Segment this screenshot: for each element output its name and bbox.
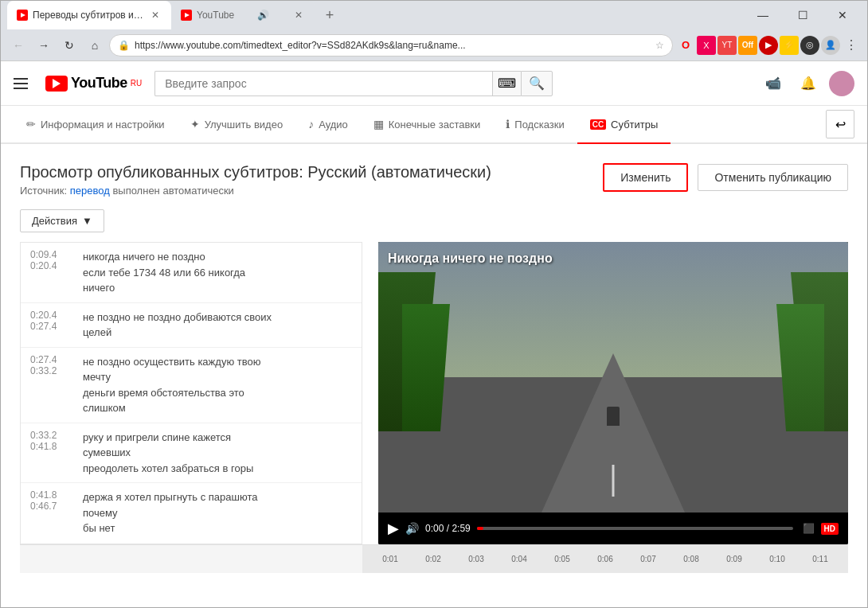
youtube-logo[interactable]: YouTubeRU (45, 75, 142, 92)
timeline-bar: 0:01 0:02 0:03 0:04 0:05 0:06 0:07 0:08 … (20, 544, 848, 573)
video-scene (378, 242, 848, 513)
change-button[interactable]: Изменить (603, 163, 688, 192)
nav-improve[interactable]: ✦ Улучшить видео (178, 106, 296, 144)
star-icon[interactable]: ☆ (655, 40, 664, 51)
close-button[interactable]: ✕ (824, 2, 861, 28)
refresh-button[interactable]: ↻ (58, 34, 80, 57)
tab-subtitles[interactable]: Переводы субтитров и метадан... ✕ (7, 1, 171, 29)
subtitle-times: 0:33.2 0:41.8 (30, 430, 70, 477)
browser-actions: O X YT Off ▶ ⚡ ◎ 👤 ⋮ (676, 36, 861, 55)
progress-bar[interactable] (477, 527, 793, 530)
total-time: 2:59 (452, 523, 470, 534)
tab1-icon (17, 10, 28, 21)
video-controls: ▶ 🔊 0:00 / 2:59 ⬛ HD (378, 513, 848, 544)
tick-3: 0:04 (498, 555, 541, 563)
cancel-publication-button[interactable]: Отменить публикацию (698, 164, 848, 191)
play-button[interactable]: ▶ (388, 520, 399, 537)
subtitle-row: 0:41.8 0:46.7 держа я хотел прыгнуть с п… (21, 483, 362, 543)
time-end: 0:41.8 (30, 441, 70, 452)
time-end: 0:27.4 (30, 321, 70, 332)
opera-icon[interactable]: O (676, 36, 695, 55)
user-avatar[interactable] (829, 71, 854, 96)
tick-1: 0:02 (412, 555, 455, 563)
tick-10: 0:11 (799, 555, 842, 563)
nav-info[interactable]: ✏ Информация и настройки (14, 106, 178, 144)
extension4-icon[interactable]: ▶ (759, 36, 778, 55)
tick-8: 0:09 (713, 555, 756, 563)
time-end: 0:46.7 (30, 501, 70, 512)
extension3-icon[interactable]: Off (738, 36, 757, 55)
pencil-icon: ✏ (26, 118, 36, 131)
volume-button[interactable]: 🔊 (405, 522, 419, 535)
dropdown-arrow-icon: ▼ (82, 215, 92, 227)
keyboard-icon[interactable]: ⌨ (492, 71, 521, 96)
content-split: 0:09.4 0:20.4 никогда ничего не поздноес… (20, 242, 848, 544)
extension1-icon[interactable]: X (697, 36, 716, 55)
subtitle-text: держа я хотел прыгнуть с парашютапочемуб… (83, 489, 257, 536)
subtitle-text: не поздно не поздно добиваются своихцеле… (83, 310, 272, 341)
actions-button[interactable]: Действия ▼ (20, 209, 104, 232)
subtitle-row: 0:20.4 0:27.4 не поздно не поздно добива… (21, 303, 362, 348)
tab2-x-icon[interactable]: ✕ (292, 9, 305, 21)
subtitle-actions: Изменить Отменить публикацию (603, 163, 848, 192)
tick-7: 0:08 (670, 555, 713, 563)
youtube-logo-text: YouTube (71, 75, 127, 92)
youtube-logo-icon (45, 76, 68, 92)
subtitle-text: никогда ничего не поздноесли тебе 1734 4… (83, 249, 245, 296)
svg-marker-1 (185, 13, 190, 18)
tab1-title: Переводы субтитров и метадан... (33, 10, 144, 21)
menu-line (14, 88, 28, 89)
back-button[interactable]: ↩ (826, 110, 854, 138)
menu-line (14, 78, 28, 80)
tab2-icon (181, 10, 192, 21)
nav-info-label: Информация и настройки (41, 119, 165, 131)
user-profile-icon[interactable]: 👤 (821, 36, 840, 55)
nav-audio-label: Аудио (319, 119, 348, 131)
extension2-icon[interactable]: YT (717, 36, 737, 55)
upload-button[interactable]: 📹 (759, 69, 788, 98)
search-input[interactable] (154, 71, 492, 96)
source-link[interactable]: перевод (70, 185, 110, 197)
youtube-header: YouTubeRU ⌨ 🔍 📹 🔔 (1, 61, 867, 106)
tab2-title: YouTube (197, 10, 234, 21)
subtitle-list: 0:09.4 0:20.4 никогда ничего не поздноес… (20, 242, 362, 544)
subtitle-info: Просмотр опубликованных субтитров: Русск… (20, 163, 491, 197)
nav-improve-label: Улучшить видео (205, 119, 283, 131)
youtube-nav: ✏ Информация и настройки ✦ Улучшить виде… (1, 106, 867, 144)
extension6-icon[interactable]: ◎ (800, 36, 819, 55)
tab2-close-icon[interactable]: 🔊 (257, 9, 270, 21)
time-start: 0:33.2 (30, 430, 70, 441)
maximize-button[interactable]: ☐ (784, 2, 821, 28)
url-bar[interactable]: 🔒 https://www.youtube.com/timedtext_edit… (109, 34, 673, 57)
minimize-button[interactable]: — (745, 2, 781, 28)
timeline-inner: 0:01 0:02 0:03 0:04 0:05 0:06 0:07 0:08 … (362, 545, 848, 573)
lock-icon: 🔒 (118, 40, 130, 51)
extension5-icon[interactable]: ⚡ (780, 36, 799, 55)
cc-button[interactable]: ⬛ (803, 523, 815, 534)
nav-end-screens[interactable]: ▦ Конечные заставки (361, 106, 494, 144)
nav-hints[interactable]: ℹ Подсказки (493, 106, 577, 144)
home-button[interactable]: ⌂ (84, 34, 106, 57)
subtitle-text: не поздно осуществить каждую твоюмечтуде… (83, 354, 260, 416)
main-area: Просмотр опубликованных субтитров: Русск… (1, 144, 867, 607)
youtube-ru-label: RU (131, 79, 142, 88)
tab1-close-icon[interactable]: ✕ (149, 9, 162, 21)
time-end: 0:20.4 (30, 260, 70, 271)
hamburger-menu-button[interactable] (14, 74, 33, 93)
time-start: 0:41.8 (30, 489, 70, 501)
info-icon: ℹ (506, 118, 510, 131)
header-actions: 📹 🔔 (759, 69, 854, 98)
back-nav-button[interactable]: ← (7, 34, 29, 57)
nav-subtitles[interactable]: CC Субтитры (577, 106, 671, 144)
search-button[interactable]: 🔍 (521, 71, 553, 96)
hd-button[interactable]: HD (821, 523, 839, 535)
notifications-button[interactable]: 🔔 (794, 69, 823, 98)
subtitle-times: 0:41.8 0:46.7 (30, 489, 70, 536)
menu-icon[interactable]: ⋮ (842, 36, 861, 55)
tab-youtube[interactable]: YouTube 🔊 ✕ (171, 1, 315, 29)
address-bar: ← → ↻ ⌂ 🔒 https://www.youtube.com/timedt… (1, 29, 867, 61)
forward-nav-button[interactable]: → (33, 34, 55, 57)
new-tab-button[interactable]: + (318, 3, 342, 27)
source-suffix-text: выполнен автоматически (112, 185, 233, 197)
nav-audio[interactable]: ♪ Аудио (295, 106, 361, 144)
